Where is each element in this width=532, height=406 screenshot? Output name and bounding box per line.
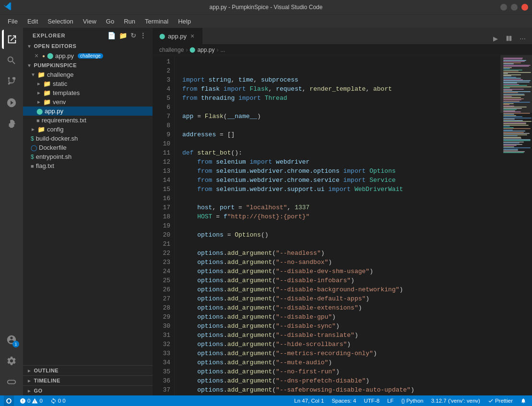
tree-folder-templates[interactable]: ► 📁 templates — [23, 88, 153, 97]
code-line-2: from flask import Flask, request, render… — [182, 84, 500, 94]
code-line-12: from selenium.webdriver.chrome.service i… — [182, 176, 500, 185]
sidebar-header: EXPLORER 📄 📁 ↻ ⋮ — [23, 28, 153, 41]
line-num-28: 28 — [159, 303, 170, 312]
activity-source-control[interactable] — [2, 72, 21, 91]
pumpkinspice-section: ▼ PUMPKINSPICE ▼ 📁 challenge ► 📁 static … — [23, 60, 153, 170]
menu-go[interactable]: Go — [102, 16, 118, 26]
status-remote[interactable] — [4, 395, 14, 406]
code-editor[interactable]: 1234567891011121314151617181920212223242… — [153, 55, 500, 395]
menu-terminal[interactable]: Terminal — [141, 16, 172, 26]
menu-edit[interactable]: Edit — [24, 16, 42, 26]
activity-search[interactable] — [2, 51, 21, 70]
status-encoding[interactable]: UTF-8 — [362, 395, 382, 406]
status-line-ending[interactable]: LF — [385, 395, 395, 406]
menu-run[interactable]: Run — [120, 16, 139, 26]
status-sync[interactable]: 0 0 — [48, 395, 68, 406]
outline-header[interactable]: ► OUTLINE — [23, 366, 153, 375]
activity-remote[interactable] — [2, 372, 21, 392]
tree-file-requirements[interactable]: ■ requirements.txt — [23, 116, 153, 125]
line-num-7: 7 — [159, 112, 170, 121]
new-folder-icon[interactable]: 📁 — [119, 32, 128, 39]
folder-icon: 📁 — [37, 71, 45, 78]
python-file-icon: ⬤ — [47, 52, 53, 59]
close-button[interactable] — [521, 4, 528, 11]
tab-bar-actions: ▶ ⋯ — [490, 33, 532, 44]
breadcrumb-apppy[interactable]: app.py — [197, 47, 214, 53]
status-left: 0 0 0 0 — [4, 395, 68, 406]
tree-file-apppy[interactable]: ⬤ app.py — [23, 107, 153, 116]
tree-folder-venv[interactable]: ► 📁 venv — [23, 97, 153, 107]
dollar-icon: $ — [31, 135, 34, 142]
line-num-12: 12 — [159, 157, 170, 167]
status-spaces[interactable]: Spaces: 4 — [330, 395, 358, 406]
open-editors-chevron: ▼ — [27, 44, 32, 49]
tree-file-flag[interactable]: ■ flag.txt — [23, 161, 153, 170]
status-formatter[interactable]: Prettier — [486, 395, 515, 406]
tab-apppy[interactable]: ⬤ app.py × — [153, 28, 202, 44]
explorer-label: EXPLORER — [33, 33, 66, 38]
split-editor-button[interactable] — [503, 33, 515, 44]
code-line-21: options.add_argument("--no-sandbox") — [182, 258, 500, 267]
line-num-5: 5 — [159, 94, 170, 103]
warning-count: 0 — [39, 398, 42, 404]
activity-explorer[interactable] — [2, 30, 21, 49]
code-line-13: from selenium.webdriver.support.ui impor… — [182, 185, 500, 194]
menu-file[interactable]: File — [4, 16, 22, 26]
collapse-icon[interactable]: ⋮ — [140, 32, 147, 39]
refresh-icon[interactable]: ↻ — [130, 32, 137, 39]
minimize-button[interactable] — [500, 4, 507, 11]
pumpkinspice-header[interactable]: ▼ PUMPKINSPICE — [23, 60, 153, 70]
line-num-27: 27 — [159, 294, 170, 303]
activity-settings[interactable] — [2, 351, 21, 370]
tree-file-build-docker[interactable]: $ build-docker.sh — [23, 134, 153, 143]
menu-help[interactable]: Help — [174, 16, 195, 26]
line-num-19: 19 — [159, 221, 170, 230]
tree-folder-static[interactable]: ► 📁 static — [23, 79, 153, 88]
status-bell[interactable] — [519, 395, 528, 406]
tab-close-button[interactable]: × — [189, 32, 195, 40]
tree-folder-challenge[interactable]: ▼ 📁 challenge — [23, 70, 153, 79]
line-num-17: 17 — [159, 203, 170, 212]
activity-extensions[interactable] — [2, 114, 21, 133]
tree-file-entrypoint[interactable]: $ entrypoint.sh — [23, 152, 153, 161]
pumpkinspice-chevron: ▼ — [27, 63, 32, 68]
indentation: Spaces: 4 — [331, 398, 356, 404]
activity-account[interactable]: 1 — [2, 330, 21, 349]
pumpkinspice-label: PUMPKINSPICE — [34, 62, 77, 68]
status-position[interactable]: Ln 47, Col 1 — [292, 395, 326, 406]
editor-area: ⬤ app.py × ▶ ⋯ challenge › ⬤ app.py › ..… — [153, 28, 532, 395]
status-language[interactable]: {} Python — [400, 395, 426, 406]
new-file-icon[interactable]: 📄 — [107, 32, 116, 39]
timeline-label: TIMELINE — [34, 378, 60, 383]
file-label: app.py — [45, 107, 63, 115]
activity-run-debug[interactable] — [2, 93, 21, 112]
timeline-header[interactable]: ► TIMELINE — [23, 376, 153, 385]
open-editors-section: ▼ OPEN EDITORS × ● ⬤ app.py challenge — [23, 41, 153, 60]
tree-folder-config[interactable]: ► 📁 config — [23, 125, 153, 134]
code-content[interactable]: import string, time, subprocessfrom flas… — [175, 55, 500, 395]
run-button[interactable]: ▶ — [490, 33, 501, 44]
open-editor-item-apppy[interactable]: × ● ⬤ app.py challenge — [23, 51, 153, 60]
breadcrumb-file-icon: ⬤ — [189, 47, 195, 53]
line-num-37: 37 — [159, 385, 170, 394]
line-num-21: 21 — [159, 239, 170, 249]
go-header[interactable]: ► GO — [23, 386, 153, 395]
menu-selection[interactable]: Selection — [44, 16, 77, 26]
maximize-button[interactable] — [511, 4, 518, 11]
tree-file-dockerfile[interactable]: ◯ Dockerfile — [23, 143, 153, 152]
close-editor-icon[interactable]: × — [33, 52, 40, 60]
folder-label: challenge — [47, 71, 74, 78]
cursor-position: Ln 47, Col 1 — [294, 398, 324, 404]
formatter-name: Prettier — [495, 398, 513, 404]
menu-view[interactable]: View — [79, 16, 100, 26]
open-editors-header[interactable]: ▼ OPEN EDITORS — [23, 41, 153, 51]
sidebar: EXPLORER 📄 📁 ↻ ⋮ ▼ OPEN EDITORS × ● ⬤ ap… — [23, 28, 153, 395]
status-python-version[interactable]: 3.12.7 ('venv': venv) — [429, 395, 482, 406]
line-num-22: 22 — [159, 249, 170, 258]
more-actions-button[interactable]: ⋯ — [517, 33, 528, 44]
breadcrumb-ellipsis[interactable]: ... — [220, 47, 225, 53]
line-num-18: 18 — [159, 212, 170, 221]
status-errors[interactable]: 0 0 — [18, 395, 45, 406]
code-line-17 — [182, 221, 500, 230]
breadcrumb-challenge[interactable]: challenge — [159, 47, 184, 53]
